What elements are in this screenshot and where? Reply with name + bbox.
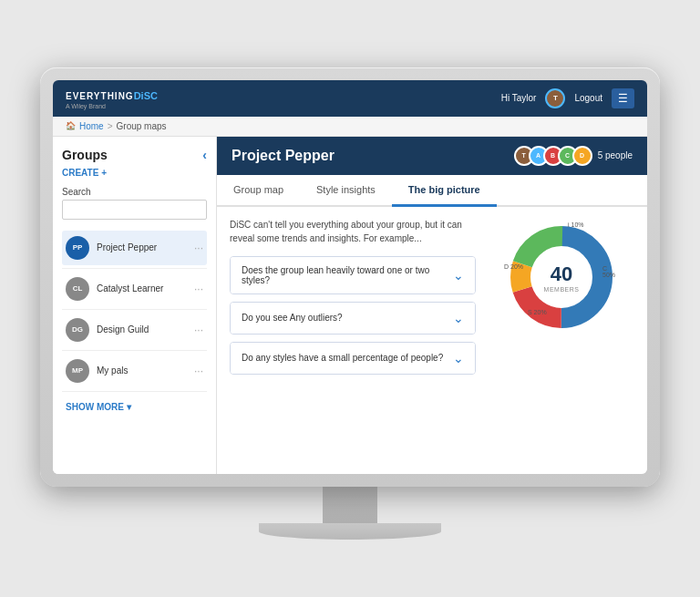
accordion-arrow-2: ⌄ [453,311,464,325]
divider [62,350,207,351]
breadcrumb: 🏠 Home > Group maps [53,117,647,137]
breadcrumb-home[interactable]: Home [79,121,104,131]
search-input[interactable] [62,200,207,220]
accordion-question-3: Do any styles have a small percentage of… [242,353,443,363]
monitor-bezel: EVERYTHINGDiSC A Wiley Brand Hi Taylor T… [40,67,660,487]
project-title: Project Pepper [232,148,335,164]
pct-c: C 50% [602,265,621,278]
group-badge-cl: CL [66,277,89,301]
logo-area: EVERYTHINGDiSC A Wiley Brand [66,87,158,109]
group-more-pp[interactable]: ··· [194,242,203,254]
chevron-down-icon: ▾ [127,402,131,412]
sidebar-header: Groups ‹ [62,148,207,162]
show-more-button[interactable]: SHOW MORE ▾ [62,395,135,419]
accordion-question-1: Does the group lean heavily toward one o… [242,265,453,285]
right-panel: 40 MEMBERS i 10% D 20% C 50% S 20% [489,218,634,463]
donut-label: MEMBERS [544,285,580,292]
pct-i: i 10% [568,221,584,228]
content-area: DiSC can't tell you everything about you… [217,207,647,474]
group-name-mp: My pals [97,365,187,376]
donut-number: 40 [544,262,580,285]
accordion-header-1[interactable]: Does the group lean heavily toward one o… [231,257,475,293]
donut-chart: 40 MEMBERS i 10% D 20% C 50% S 20% [502,218,621,336]
sidebar-item-catalyst-learner[interactable]: CL Catalyst Learner ··· [62,272,207,306]
accordion-arrow-3: ⌄ [453,351,464,365]
accordion-item-2: Do you see Any outliers? ⌄ [230,302,476,335]
group-more-mp[interactable]: ··· [194,365,203,377]
monitor-stand-base [259,523,441,540]
app-body: Groups ‹ CREATE + Search PP Project Pepp… [53,137,647,474]
monitor-stand-neck [323,487,377,523]
people-area: T A B C D 5 people [514,146,633,166]
home-icon: 🏠 [66,121,76,130]
logo: EVERYTHINGDiSC A Wiley Brand [66,87,158,109]
app-header: EVERYTHINGDiSC A Wiley Brand Hi Taylor T… [53,80,647,117]
header-right: Hi Taylor T Logout ☰ [501,88,634,108]
left-panel: DiSC can't tell you everything about you… [230,218,476,463]
accordion-header-2[interactable]: Do you see Any outliers? ⌄ [231,303,475,334]
group-name-dg: Design Guild [97,324,187,335]
group-badge-dg: DG [66,318,89,342]
logo-subtitle: A Wiley Brand [66,103,158,109]
accordion-question-2: Do you see Any outliers? [242,313,343,323]
avatar-stack: T A B C D [514,146,592,166]
avatar-5: D [572,146,592,166]
search-label: Search [62,187,207,197]
main-content: Project Pepper T A B C D 5 people [217,137,647,474]
project-header: Project Pepper T A B C D 5 people [217,137,647,175]
sidebar: Groups ‹ CREATE + Search PP Project Pepp… [53,137,217,474]
hamburger-button[interactable]: ☰ [612,88,634,108]
intro-text: DiSC can't tell you everything about you… [230,218,476,245]
group-more-cl[interactable]: ··· [194,283,203,295]
monitor-wrapper: EVERYTHINGDiSC A Wiley Brand Hi Taylor T… [40,67,660,540]
accordion-header-3[interactable]: Do any styles have a small percentage of… [231,343,475,374]
show-more-label: SHOW MORE [66,402,124,412]
monitor-screen: EVERYTHINGDiSC A Wiley Brand Hi Taylor T… [53,80,647,474]
logo-disc: DiSC [134,90,158,101]
accordion-item-1: Does the group lean heavily toward one o… [230,256,476,294]
pct-s: S 20% [528,309,547,315]
breadcrumb-separator: > [108,121,113,131]
group-more-dg[interactable]: ··· [194,324,203,336]
logo-text: EVERYTHING [66,91,134,101]
accordion-item-3: Do any styles have a small percentage of… [230,342,476,375]
group-name-cl: Catalyst Learner [97,283,187,293]
tab-big-picture[interactable]: The big picture [392,175,497,207]
pct-d: D 20% [504,263,523,270]
group-badge-pp: PP [66,236,89,260]
avatar: T [545,88,565,108]
group-name-pp: Project Pepper [97,242,187,252]
sidebar-item-my-pals[interactable]: MP My pals ··· [62,354,207,388]
people-count: 5 people [598,150,633,160]
sidebar-collapse-button[interactable]: ‹ [202,148,207,162]
accordion-arrow-1: ⌄ [453,268,464,283]
group-badge-mp: MP [66,359,89,383]
sidebar-item-design-guild[interactable]: DG Design Guild ··· [62,313,207,347]
divider [62,309,207,310]
divider [62,391,207,392]
tab-style-insights[interactable]: Style insights [300,175,392,207]
breadcrumb-current: Group maps [117,121,167,131]
greeting-text: Hi Taylor [501,93,537,103]
divider [62,268,207,269]
tab-group-map[interactable]: Group map [217,175,300,207]
donut-center: 40 MEMBERS [544,262,580,292]
sidebar-title: Groups [62,148,108,162]
sidebar-item-project-pepper[interactable]: PP Project Pepper ··· [62,231,207,265]
tabs-bar: Group map Style insights The big picture [217,175,647,207]
logout-button[interactable]: Logout [574,93,602,103]
create-link[interactable]: CREATE + [62,168,207,178]
